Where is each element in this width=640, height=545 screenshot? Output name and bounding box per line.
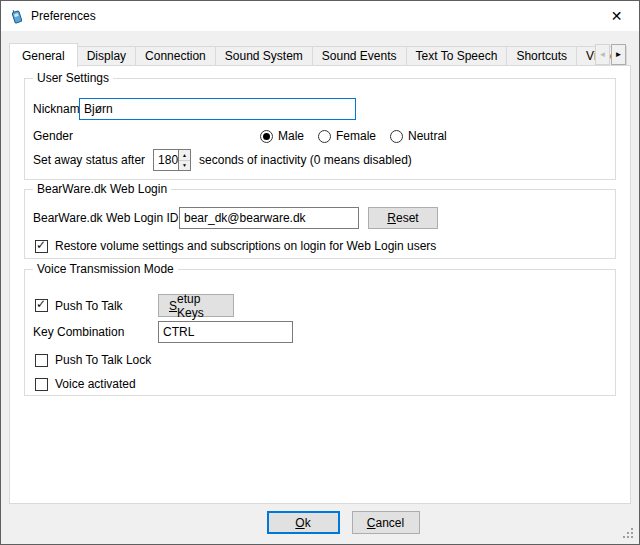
spinner-up-icon[interactable]: ▲ [179,150,190,161]
radio-female-label: Female [336,129,376,143]
user-settings-group: User Settings Nickname Gender Male Femal… [24,78,616,180]
checkmark-icon: ✓ [36,238,46,252]
general-tab-page: User Settings Nickname Gender Male Femal… [9,65,631,504]
cancel-button[interactable]: Cancel [352,511,420,534]
reset-button[interactable]: Reset [368,207,438,229]
away-status-label: Set away status after [33,153,145,167]
restore-volume-checkbox-row[interactable]: ✓ Restore volume settings and subscripti… [35,239,605,253]
gender-radio-male[interactable]: Male [260,129,304,143]
voice-activated-label: Voice activated [55,377,136,391]
restore-volume-label: Restore volume settings and subscription… [55,239,436,253]
app-icon [9,8,25,24]
tab-connection[interactable]: Connection [135,46,216,66]
tab-general[interactable]: General [9,43,78,67]
tab-text-to-speech[interactable]: Text To Speech [406,46,508,66]
ok-button[interactable]: Ok [267,511,340,534]
away-seconds-spinner[interactable]: 180 ▲ ▼ [153,149,191,171]
voice-activated-checkbox[interactable]: ✓ [35,378,48,391]
away-status-suffix: seconds of inactivity (0 means disabled) [199,153,412,167]
spinner-down-icon[interactable]: ▼ [179,161,190,171]
title-bar[interactable]: Preferences ✕ [1,1,639,31]
tab-scroll-left-icon[interactable]: ◄ [595,44,610,65]
key-combination-input[interactable] [158,321,293,343]
tab-sound-events[interactable]: Sound Events [312,46,407,66]
tab-scroll-buttons: ◄ ► [595,44,626,65]
close-icon[interactable]: ✕ [594,1,639,31]
preferences-dialog: Preferences ✕ General Display Connection… [0,0,640,545]
push-to-talk-lock-label: Push To Talk Lock [55,353,151,367]
away-seconds-value[interactable]: 180 [154,150,178,170]
tab-scroll-right-icon[interactable]: ► [611,44,626,65]
group-title: Voice Transmission Mode [33,262,178,276]
key-combination-label: Key Combination [33,325,124,339]
nickname-input[interactable] [79,98,356,120]
radio-neutral-label: Neutral [408,129,447,143]
gender-radio-female[interactable]: Female [318,129,376,143]
restore-volume-checkbox[interactable]: ✓ [35,240,48,253]
dialog-footer: Ok Cancel [24,504,640,545]
web-login-group: BearWare.dk Web Login BearWare.dk Web Lo… [24,189,616,259]
tab-display[interactable]: Display [77,46,136,66]
setup-keys-button[interactable]: Setup Keys [158,294,234,317]
radio-female-icon[interactable] [318,130,331,143]
tab-shortcuts[interactable]: Shortcuts [506,46,577,66]
web-login-id-label: BearWare.dk Web Login ID [33,211,178,225]
radio-neutral-icon[interactable] [390,130,403,143]
nickname-label: Nickname [33,102,71,116]
checkmark-icon: ✓ [36,297,46,311]
group-title: User Settings [33,71,113,85]
tab-sound-system[interactable]: Sound System [215,46,313,66]
push-to-talk-checkbox[interactable]: ✓ [35,299,48,312]
push-to-talk-checkbox-row[interactable]: ✓ Push To Talk [35,299,123,313]
gender-radio-neutral[interactable]: Neutral [390,129,447,143]
radio-male-label: Male [278,129,304,143]
push-to-talk-lock-checkbox[interactable]: ✓ [35,354,48,367]
push-to-talk-label: Push To Talk [55,299,123,313]
resize-grip[interactable] [623,528,634,539]
voice-activated-checkbox-row[interactable]: ✓ Voice activated [35,377,605,391]
push-to-talk-lock-checkbox-row[interactable]: ✓ Push To Talk Lock [35,353,605,367]
window-title: Preferences [31,9,96,23]
group-title: BearWare.dk Web Login [33,182,171,196]
tab-strip: General Display Connection Sound System … [9,42,626,66]
voice-transmission-group: Voice Transmission Mode ✓ Push To Talk S… [24,269,616,396]
web-login-id-input[interactable] [179,207,359,229]
radio-male-icon[interactable] [260,130,273,143]
gender-label: Gender [33,129,73,143]
